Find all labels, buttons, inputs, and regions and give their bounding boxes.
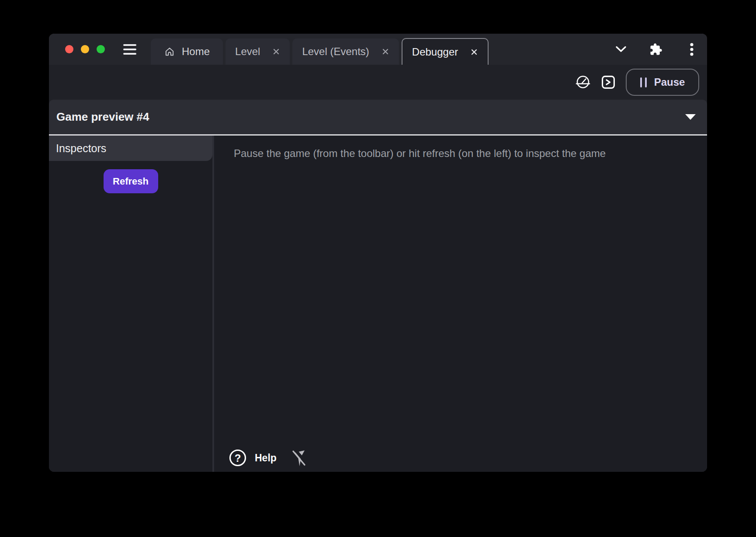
- pause-icon: [640, 77, 647, 87]
- maximize-window-button[interactable]: [97, 45, 105, 53]
- tab-label: Level: [235, 45, 260, 58]
- tab-bar: Home Level Level (Events): [151, 34, 489, 65]
- titlebar: Home Level Level (Events): [49, 34, 707, 65]
- game-preview-title: Game preview #4: [56, 110, 149, 124]
- refresh-button-label: Refresh: [113, 176, 149, 187]
- hamburger-menu-icon[interactable]: [123, 44, 136, 55]
- pause-button-label: Pause: [654, 76, 685, 88]
- debugger-content: Inspectors Refresh Pause the game (from …: [49, 136, 707, 472]
- home-icon: [164, 46, 175, 57]
- tab-home[interactable]: Home: [151, 38, 223, 65]
- tab-label: Debugger: [412, 46, 458, 58]
- tab-debugger[interactable]: Debugger: [402, 38, 489, 65]
- sidebar-item-inspectors[interactable]: Inspectors: [49, 136, 212, 161]
- panel-footer: ? Help: [229, 448, 308, 468]
- inspectors-header-label: Inspectors: [56, 142, 106, 155]
- svg-text:?: ?: [235, 452, 241, 464]
- profiler-gauge-icon[interactable]: [575, 74, 591, 90]
- titlebar-right-icons: [615, 42, 694, 56]
- inspector-main-panel: Pause the game (from the toolbar) or hit…: [214, 136, 707, 472]
- close-icon[interactable]: [470, 48, 478, 56]
- kebab-menu-icon[interactable]: [690, 42, 694, 56]
- tab-label: Home: [182, 45, 210, 58]
- help-button-label: Help: [255, 452, 277, 464]
- close-window-button[interactable]: [65, 45, 73, 53]
- extensions-puzzle-icon[interactable]: [649, 43, 662, 56]
- inspectors-sidebar: Inspectors Refresh: [49, 136, 212, 472]
- close-icon[interactable]: [381, 48, 389, 56]
- refresh-button[interactable]: Refresh: [104, 169, 158, 193]
- minimize-window-button[interactable]: [81, 45, 89, 53]
- pause-button[interactable]: Pause: [626, 69, 699, 96]
- pin-off-icon[interactable]: [291, 448, 308, 468]
- help-button[interactable]: ? Help: [229, 449, 277, 467]
- tab-level[interactable]: Level: [225, 38, 290, 65]
- game-preview-selector[interactable]: Game preview #4: [49, 100, 707, 134]
- tab-label: Level (Events): [302, 45, 369, 58]
- debugger-hint-text: Pause the game (from the toolbar) or hit…: [234, 147, 690, 160]
- console-icon[interactable]: [601, 75, 615, 89]
- chevron-down-icon[interactable]: [615, 46, 627, 52]
- dropdown-caret-icon[interactable]: [685, 114, 696, 120]
- debugger-toolbar: Pause: [49, 65, 707, 100]
- close-icon[interactable]: [272, 48, 280, 56]
- app-window: Home Level Level (Events): [49, 34, 707, 472]
- help-circle-icon: ?: [229, 449, 247, 467]
- tab-level-events[interactable]: Level (Events): [292, 38, 399, 65]
- window-controls: [65, 45, 105, 53]
